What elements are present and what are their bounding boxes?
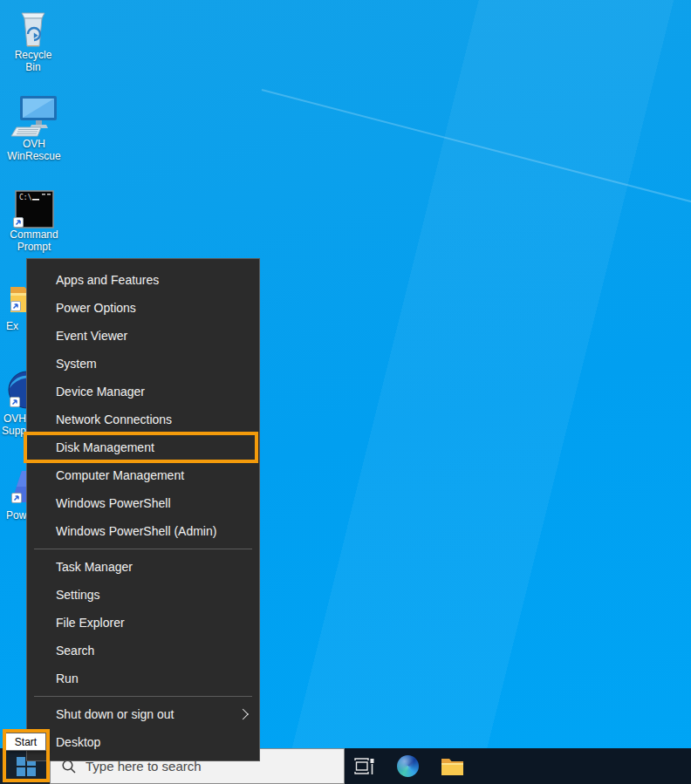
cmd-screen-text: C:\ bbox=[19, 194, 32, 201]
desktop-icon-recycle-bin[interactable]: Recycle Bin bbox=[7, 7, 59, 73]
recycle-bin-label: Recycle Bin bbox=[7, 49, 59, 73]
recycle-bin-icon bbox=[7, 7, 59, 49]
menu-item-label: Settings bbox=[56, 588, 100, 602]
command-prompt-icon: C:\ bbox=[7, 190, 61, 228]
menu-separator bbox=[34, 549, 252, 549]
ovh-winrescue-label-line2: WinRescue bbox=[7, 150, 61, 162]
chevron-right-icon bbox=[237, 709, 249, 720]
menu-item-shut-down-or-sign-out[interactable]: Shut down or sign out bbox=[27, 700, 259, 728]
start-tooltip: Start bbox=[5, 733, 46, 751]
menu-item-label: Apps and Features bbox=[56, 273, 159, 287]
menu-item-label: Windows PowerShell bbox=[56, 496, 171, 510]
menu-item-computer-management[interactable]: Computer Management bbox=[27, 461, 259, 489]
menu-item-label: Device Manager bbox=[56, 385, 145, 399]
edge-button[interactable] bbox=[387, 748, 428, 784]
menu-item-label: Windows PowerShell (Admin) bbox=[56, 524, 216, 538]
menu-item-label: Task Manager bbox=[56, 560, 133, 574]
winx-menu: Apps and Features Power Options Event Vi… bbox=[26, 258, 260, 761]
menu-item-network-connections[interactable]: Network Connections bbox=[27, 406, 259, 433]
desktop-icon-ovh-winrescue[interactable]: OVH WinRescue bbox=[7, 94, 61, 162]
menu-item-label: Event Viewer bbox=[56, 329, 127, 343]
menu-item-label: Network Connections bbox=[56, 412, 172, 426]
menu-item-desktop[interactable]: Desktop bbox=[27, 728, 259, 756]
start-tooltip-label: Start bbox=[15, 736, 37, 748]
file-explorer-icon bbox=[441, 756, 464, 776]
menu-item-event-viewer[interactable]: Event Viewer bbox=[27, 322, 259, 350]
menu-item-windows-powershell[interactable]: Windows PowerShell bbox=[27, 489, 259, 517]
menu-item-label: System bbox=[56, 357, 97, 371]
menu-item-label: Disk Management bbox=[56, 440, 154, 454]
menu-item-windows-powershell-admin[interactable]: Windows PowerShell (Admin) bbox=[27, 517, 259, 545]
menu-item-system[interactable]: System bbox=[27, 350, 259, 378]
shortcut-arrow-icon bbox=[13, 217, 24, 228]
menu-item-search[interactable]: Search bbox=[27, 637, 259, 665]
menu-item-task-manager[interactable]: Task Manager bbox=[27, 553, 259, 581]
computer-monitor-icon bbox=[7, 94, 61, 138]
task-view-icon bbox=[352, 756, 375, 777]
windows-desktop: Recycle Bin OVH WinRescue C:\ bbox=[0, 0, 691, 784]
menu-item-label: Search bbox=[56, 644, 94, 658]
menu-item-file-explorer[interactable]: File Explorer bbox=[27, 609, 259, 637]
menu-item-settings[interactable]: Settings bbox=[27, 581, 259, 609]
task-view-button[interactable] bbox=[344, 748, 384, 784]
file-explorer-button[interactable] bbox=[432, 748, 472, 784]
menu-item-device-manager[interactable]: Device Manager bbox=[27, 378, 259, 406]
ovh-winrescue-label-line1: OVH bbox=[7, 138, 61, 150]
microsoft-edge-icon bbox=[397, 755, 419, 777]
menu-separator bbox=[34, 696, 252, 697]
menu-item-disk-management[interactable]: Disk Management bbox=[27, 433, 259, 461]
shortcut-arrow-icon bbox=[10, 397, 20, 407]
shortcut-arrow-icon bbox=[10, 301, 21, 311]
menu-item-label: File Explorer bbox=[56, 616, 125, 630]
menu-item-label: Computer Management bbox=[56, 468, 184, 482]
menu-item-run[interactable]: Run bbox=[27, 665, 259, 692]
command-prompt-label-line1: Command bbox=[7, 228, 61, 241]
desktop-icon-command-prompt[interactable]: C:\ Command Prompt bbox=[7, 190, 61, 253]
menu-item-label: Power Options bbox=[56, 301, 136, 315]
menu-item-apps-and-features[interactable]: Apps and Features bbox=[27, 266, 259, 294]
menu-item-power-options[interactable]: Power Options bbox=[27, 294, 259, 322]
menu-item-label: Shut down or sign out bbox=[56, 707, 174, 721]
menu-item-label: Desktop bbox=[56, 735, 100, 749]
command-prompt-label-line2: Prompt bbox=[7, 241, 61, 253]
menu-item-label: Run bbox=[56, 672, 79, 685]
shortcut-arrow-icon bbox=[11, 493, 22, 503]
